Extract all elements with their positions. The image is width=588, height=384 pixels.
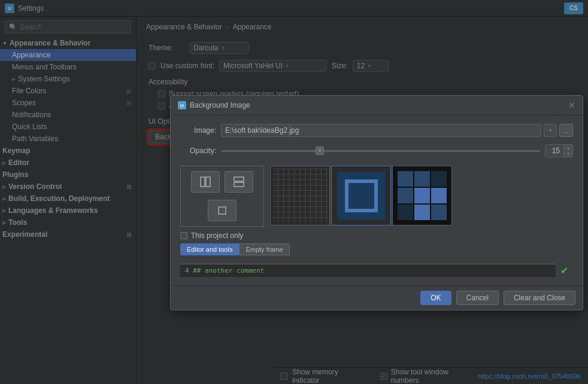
- modal-close-button[interactable]: ✕: [568, 100, 575, 110]
- modal-body: Image: ▼ ... Opacity: 15: [171, 115, 583, 285]
- layout-cols-icon: [200, 176, 211, 187]
- layout-buttons-row: [184, 171, 260, 193]
- opacity-label: Opacity:: [180, 147, 216, 155]
- blue-square-preview: [337, 172, 385, 220]
- code-area-row: 4 ## another comment ✔: [180, 264, 573, 277]
- ok-button[interactable]: OK: [420, 291, 451, 305]
- partial-cell: [414, 205, 430, 220]
- partial-cell: [398, 188, 413, 203]
- preview-images: [270, 166, 452, 227]
- code-preview: 4 ## another comment: [180, 264, 556, 277]
- layout-single-button[interactable]: [208, 200, 237, 221]
- preview-blue-square[interactable]: [331, 166, 391, 225]
- modal-footer: OK Cancel Clear and Close: [171, 285, 583, 310]
- cancel-button[interactable]: Cancel: [456, 291, 499, 305]
- grid-pattern: [273, 169, 327, 223]
- project-section: This project only Editor and tools Empty…: [180, 231, 573, 260]
- modal-header: U Background Image ✕: [171, 96, 583, 115]
- image-dropdown[interactable]: ▼: [544, 124, 557, 137]
- modal-title: Background Image: [190, 101, 565, 109]
- project-tabs: Editor and tools Empty frame: [180, 243, 573, 255]
- image-label: Image:: [180, 126, 216, 135]
- preview-grid[interactable]: [270, 166, 330, 225]
- layout-single-row: [184, 200, 260, 221]
- check-area: ✔: [556, 264, 573, 277]
- partial-cell: [431, 205, 447, 220]
- modal-overlay[interactable]: U Background Image ✕ Image: ▼ ... Opacit…: [0, 0, 588, 384]
- opacity-spinner: ▲ ▼: [563, 145, 572, 157]
- slider-track: [221, 150, 540, 152]
- blue-square-inner: [345, 179, 378, 212]
- layout-rows-icon: [234, 176, 244, 187]
- modal-app-icon: U: [178, 101, 186, 109]
- this-project-row: This project only: [180, 231, 573, 240]
- dropdown-arrow-icon: ▼: [548, 128, 553, 133]
- partial-cell: [398, 205, 413, 220]
- layout-cols-button[interactable]: [191, 171, 220, 193]
- svg-rect-3: [234, 182, 244, 187]
- preview-layout: [180, 166, 573, 227]
- this-project-checkbox[interactable]: [180, 232, 187, 239]
- clear-close-button[interactable]: Clear and Close: [504, 291, 575, 305]
- image-browse-button[interactable]: ...: [559, 124, 573, 137]
- preview-partial[interactable]: [392, 166, 452, 225]
- opacity-up-button[interactable]: ▲: [564, 145, 572, 151]
- image-input[interactable]: [221, 124, 541, 137]
- partial-cell: [431, 171, 447, 187]
- tab-empty-frame[interactable]: Empty frame: [239, 243, 289, 255]
- svg-rect-2: [234, 177, 244, 181]
- image-input-row: ▼ ...: [221, 124, 573, 137]
- layout-section: [180, 166, 264, 227]
- layout-rows-button[interactable]: [225, 171, 253, 193]
- opacity-down-button[interactable]: ▼: [564, 151, 572, 157]
- partial-grid: [395, 169, 449, 223]
- slider-thumb[interactable]: [316, 147, 324, 155]
- partial-cell: [414, 188, 430, 203]
- opacity-value: 15: [545, 145, 563, 156]
- partial-cell: [398, 171, 413, 187]
- svg-rect-0: [201, 177, 205, 187]
- layout-single-icon: [217, 205, 228, 216]
- partial-cell: [431, 188, 447, 203]
- partial-cell: [414, 171, 430, 187]
- svg-rect-4: [219, 207, 226, 214]
- image-field-row: Image: ▼ ...: [180, 124, 573, 137]
- opacity-slider[interactable]: [221, 145, 540, 156]
- opacity-row: Opacity: 15 ▲ ▼: [180, 144, 573, 157]
- check-icon: ✔: [560, 265, 568, 276]
- opacity-value-container: 15 ▲ ▼: [545, 144, 573, 157]
- tab-editor-tools[interactable]: Editor and tools: [180, 243, 239, 255]
- svg-rect-1: [206, 177, 210, 187]
- background-image-modal: U Background Image ✕ Image: ▼ ... Opacit…: [170, 95, 583, 310]
